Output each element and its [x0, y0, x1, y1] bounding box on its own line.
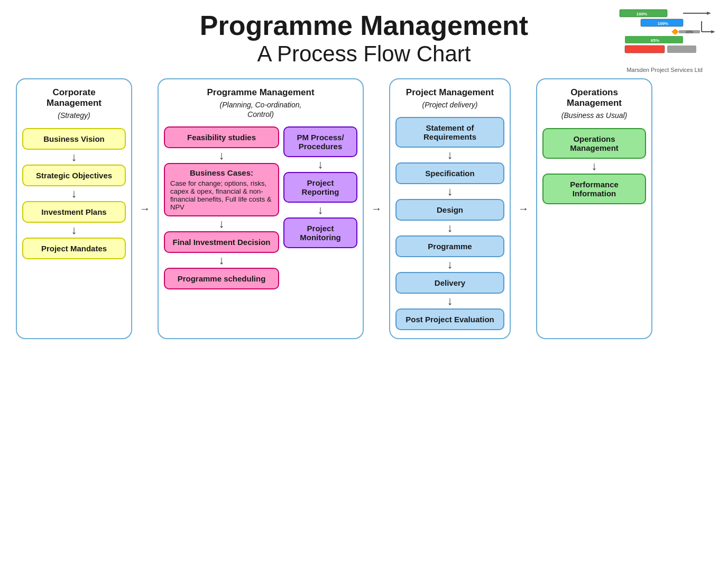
- programme-inner: Feasibility studies ↓ Business Cases: Ca…: [164, 126, 357, 289]
- project-title: Project Management: [406, 87, 494, 98]
- prog-to-proj-arrow: →: [370, 78, 383, 340]
- programme-left: Feasibility studies ↓ Business Cases: Ca…: [164, 126, 279, 289]
- arrow-r1: ↓: [318, 159, 324, 170]
- arrow-p1: ↓: [219, 150, 225, 161]
- investment-plans-box: Investment Plans: [22, 201, 126, 223]
- svg-text:65%: 65%: [651, 38, 659, 43]
- programme-column: Programme Management (Planning, Co-ordin…: [158, 78, 364, 340]
- operations-column: Operations Management (Business as Usual…: [536, 78, 652, 340]
- logo-text: Marsden Project Services Ltd: [612, 67, 717, 73]
- corporate-column: CorporateManagement (Strategy) Business …: [16, 78, 132, 340]
- header: Programme Management A Process Flow Char…: [16, 11, 712, 68]
- svg-text:49%: 49%: [686, 30, 693, 34]
- business-cases-box: Business Cases: Case for change; options…: [164, 163, 279, 216]
- project-reporting-box: Project Reporting: [283, 172, 357, 203]
- arrow-pr5: ↓: [447, 295, 453, 307]
- project-monitoring-box: Project Monitoring: [283, 217, 357, 248]
- design-box: Design: [395, 199, 504, 221]
- project-subtitle: (Project delivery): [422, 100, 477, 110]
- logo-gantt-chart: 100% 100% 49% 65%: [614, 5, 715, 63]
- feasibility-studies-box: Feasibility studies: [164, 126, 279, 148]
- programme-box: Programme: [395, 235, 504, 257]
- arrow-p3: ↓: [219, 255, 225, 266]
- operations-title: Operations Management: [542, 87, 646, 109]
- operations-management-box: Operations Management: [542, 128, 646, 159]
- svg-text:100%: 100%: [637, 12, 647, 16]
- arrow-pr4: ↓: [447, 259, 453, 270]
- programme-subtitle: (Planning, Co-ordination,Control): [220, 100, 302, 119]
- operations-subtitle: (Business as Usual): [561, 111, 628, 120]
- logo-area: 100% 100% 49% 65%: [612, 5, 717, 73]
- arrow-3: ↓: [71, 224, 77, 236]
- arrow-pr3: ↓: [447, 222, 453, 234]
- programme-title: Programme Management: [207, 87, 314, 98]
- strategic-objectives-box: Strategic Objectives: [22, 165, 126, 186]
- performance-information-box: Performance Information: [542, 174, 646, 204]
- business-vision-box: Business Vision: [22, 128, 126, 150]
- programme-right: PM Process/ Procedures ↓ Project Reporti…: [283, 126, 357, 289]
- final-investment-decision-box: Final Investment Decision: [164, 231, 279, 253]
- arrow-pr1: ↓: [447, 149, 453, 161]
- arrow-2: ↓: [71, 188, 77, 199]
- corporate-title: CorporateManagement: [47, 87, 102, 109]
- business-cases-title: Business Cases:: [170, 168, 273, 177]
- arrow-p2: ↓: [219, 218, 225, 230]
- svg-rect-11: [625, 46, 665, 53]
- arrow-1: ↓: [71, 151, 77, 163]
- arrow-pr2: ↓: [447, 186, 453, 197]
- page: Programme Management A Process Flow Char…: [0, 0, 728, 563]
- project-column: Project Management (Project delivery) St…: [389, 78, 511, 340]
- svg-marker-6: [671, 29, 679, 35]
- flowchart: CorporateManagement (Strategy) Business …: [16, 78, 712, 340]
- proj-to-ops-arrow: →: [517, 78, 530, 340]
- business-cases-detail: Case for change; options, risks, capex &…: [170, 179, 271, 211]
- pm-process-box: PM Process/ Procedures: [283, 126, 357, 157]
- svg-marker-15: [707, 12, 711, 15]
- svg-marker-18: [711, 30, 715, 33]
- svg-rect-13: [667, 46, 696, 53]
- project-mandates-box: Project Mandates: [22, 238, 126, 259]
- statement-requirements-box: Statement of Requirements: [395, 117, 504, 148]
- arrow-op1: ↓: [592, 160, 597, 172]
- corporate-subtitle: (Strategy): [58, 111, 90, 120]
- post-project-evaluation-box: Post Project Evaluation: [395, 308, 504, 330]
- arrow-r2: ↓: [318, 204, 324, 216]
- svg-text:100%: 100%: [658, 21, 668, 26]
- specification-box: Specification: [395, 162, 504, 184]
- programme-scheduling-box: Programme scheduling: [164, 268, 279, 289]
- corp-to-prog-arrow: →: [139, 78, 151, 340]
- sub-title: A Process Flow Chart: [16, 41, 712, 67]
- main-title: Programme Management: [16, 11, 712, 41]
- delivery-box: Delivery: [395, 272, 504, 294]
